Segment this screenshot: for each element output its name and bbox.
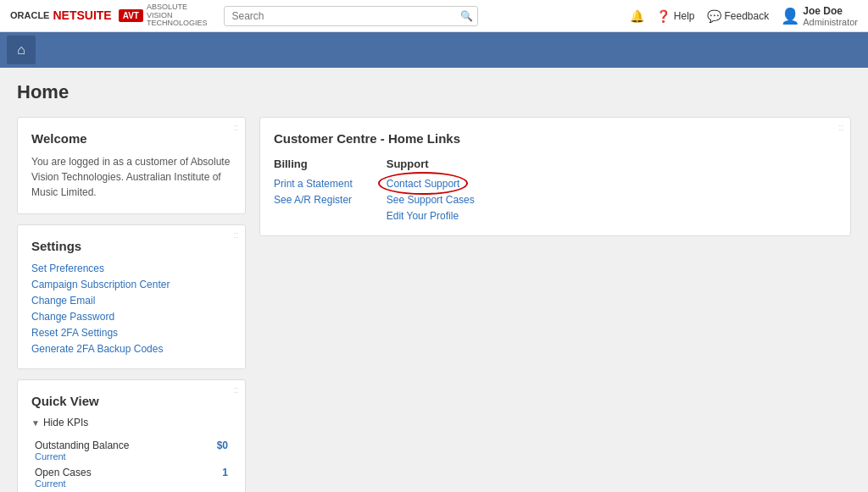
top-nav: ORACLE NETSUITE AVT ABSOLUTE VISION TECH…: [0, 0, 868, 32]
settings-link[interactable]: Reset 2FA Settings: [31, 327, 118, 339]
billing-link-item: Print a Statement: [274, 177, 353, 190]
drag-handle-customer[interactable]: ::: [838, 123, 843, 132]
avt-badge: AVT: [119, 9, 143, 22]
page-title: Home: [17, 81, 851, 103]
support-link-item: See Support Cases: [387, 193, 475, 206]
billing-section-title: Billing: [274, 158, 353, 170]
billing-links: Print a StatementSee A/R Register: [274, 177, 353, 206]
drag-handle[interactable]: ::: [233, 123, 238, 132]
page-content: Home :: Welcome You are logged in as a c…: [0, 68, 868, 492]
user-role: Administrator: [803, 17, 858, 27]
bell-icon: 🔔: [630, 9, 644, 23]
feedback-icon: 💬: [707, 9, 721, 23]
customer-centre-card: :: Customer Centre - Home Links Billing …: [259, 117, 851, 236]
support-link[interactable]: See Support Cases: [387, 194, 475, 206]
settings-link[interactable]: Set Preferences: [31, 263, 104, 274]
settings-link[interactable]: Change Password: [31, 311, 114, 323]
support-section-title: Support: [387, 158, 475, 170]
contact-support-link[interactable]: Contact Support: [387, 178, 460, 190]
hide-kpis-label: Hide KPIs: [43, 417, 88, 428]
welcome-text: You are logged in as a customer of Absol…: [31, 154, 231, 200]
right-column: :: Customer Centre - Home Links Billing …: [259, 117, 851, 492]
support-section: Support Contact SupportSee Support Cases…: [387, 158, 475, 222]
search-icon[interactable]: 🔍: [460, 10, 473, 22]
search-input[interactable]: [224, 6, 478, 26]
billing-link[interactable]: Print a Statement: [274, 178, 353, 190]
quick-view-content: ▼ Hide KPIs Outstanding Balance Current …: [31, 417, 231, 491]
search-bar: 🔍: [224, 6, 478, 26]
contact-support-highlight: Contact Support: [387, 177, 460, 190]
kpi-row: Outstanding Balance Current $0: [31, 437, 231, 464]
settings-link[interactable]: Generate 2FA Backup Codes: [31, 343, 163, 355]
logo-area: ORACLE NETSUITE AVT ABSOLUTE VISION TECH…: [10, 3, 207, 29]
settings-card: :: Settings Set PreferencesCampaign Subs…: [17, 224, 246, 369]
hide-kpis-toggle[interactable]: ▼ Hide KPIs: [31, 417, 231, 428]
user-name: Joe Doe: [803, 5, 858, 17]
home-links-grid: Billing Print a StatementSee A/R Registe…: [274, 158, 837, 222]
kpi-table: Outstanding Balance Current $0 Open Case…: [31, 437, 231, 491]
settings-links: Set PreferencesCampaign Subscription Cen…: [31, 262, 231, 355]
netsuite-text: NETSUITE: [53, 8, 111, 22]
columns: :: Welcome You are logged in as a custom…: [17, 117, 851, 492]
settings-link-item: Set Preferences: [31, 262, 231, 274]
kpi-value: $0: [201, 437, 231, 464]
kpi-sub-link[interactable]: Current: [35, 451, 198, 462]
notifications-button[interactable]: 🔔: [630, 9, 644, 23]
quick-view-title: Quick View: [31, 394, 231, 408]
home-bar: ⌂: [0, 32, 868, 68]
support-links: Contact SupportSee Support CasesEdit You…: [387, 177, 475, 222]
billing-section: Billing Print a StatementSee A/R Registe…: [274, 158, 353, 222]
oracle-netsuite-logo: ORACLE NETSUITE: [10, 8, 112, 22]
welcome-card: :: Welcome You are logged in as a custom…: [17, 117, 246, 214]
kpi-toggle-arrow: ▼: [31, 418, 40, 428]
settings-link-item: Reset 2FA Settings: [31, 326, 231, 339]
settings-link[interactable]: Campaign Subscription Center: [31, 279, 170, 290]
kpi-label: Outstanding Balance: [35, 439, 198, 451]
kpi-sub-link[interactable]: Current: [35, 478, 198, 489]
settings-link-item: Campaign Subscription Center: [31, 278, 231, 290]
billing-link-item: See A/R Register: [274, 193, 353, 206]
settings-link[interactable]: Change Email: [31, 295, 95, 307]
support-link[interactable]: Edit Your Profile: [387, 210, 459, 222]
kpi-value: 1: [201, 464, 231, 491]
settings-link-item: Generate 2FA Backup Codes: [31, 342, 231, 355]
settings-link-item: Change Email: [31, 294, 231, 307]
settings-title: Settings: [31, 239, 231, 253]
feedback-button[interactable]: 💬 Feedback: [707, 9, 770, 23]
user-info: 👤 Joe Doe Administrator: [781, 5, 858, 27]
drag-handle-settings[interactable]: ::: [233, 230, 238, 240]
oracle-text: ORACLE: [10, 10, 49, 20]
support-link-item: Edit Your Profile: [387, 209, 475, 222]
help-button[interactable]: ❓ Help: [656, 9, 695, 23]
home-button[interactable]: ⌂: [7, 36, 36, 64]
kpi-label: Open Cases: [35, 467, 198, 478]
drag-handle-quickview[interactable]: ::: [233, 385, 238, 395]
avt-logo: AVT ABSOLUTE VISION TECHNOLOGIES: [119, 3, 208, 29]
billing-link[interactable]: See A/R Register: [274, 194, 352, 206]
user-avatar-icon: 👤: [781, 7, 799, 25]
help-icon: ❓: [656, 9, 670, 23]
top-nav-right: 🔔 ❓ Help 💬 Feedback 👤 Joe Doe Administra…: [630, 5, 858, 27]
avt-company: ABSOLUTE VISION TECHNOLOGIES: [147, 3, 208, 29]
left-column: :: Welcome You are logged in as a custom…: [17, 117, 246, 492]
support-link-item: Contact Support: [387, 177, 475, 190]
settings-link-item: Change Password: [31, 310, 231, 323]
customer-centre-title: Customer Centre - Home Links: [274, 131, 837, 146]
kpi-row: Open Cases Current 1: [31, 464, 231, 491]
quick-view-card: :: Quick View ▼ Hide KPIs Outstanding Ba…: [17, 379, 246, 492]
welcome-title: Welcome: [31, 131, 231, 146]
